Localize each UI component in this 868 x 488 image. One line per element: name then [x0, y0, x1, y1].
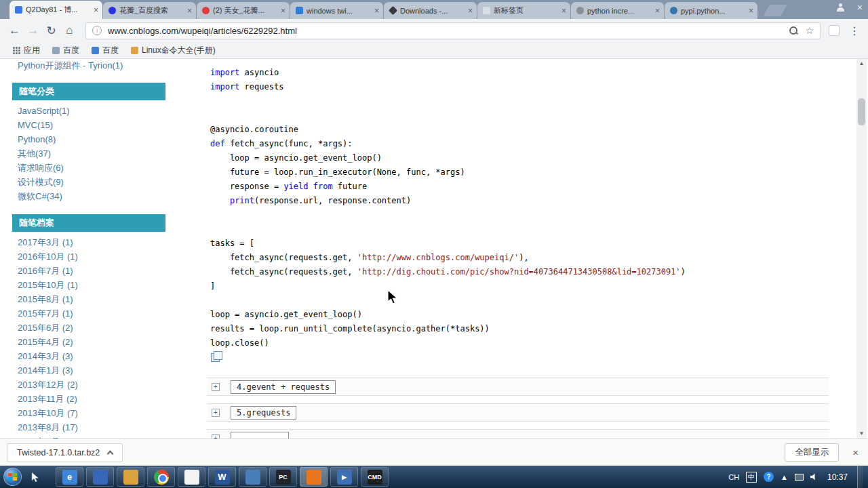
bookmark-item[interactable]: 百度: [85, 42, 125, 58]
sidebar-link[interactable]: 其他(37): [12, 146, 165, 161]
browser-menu-icon[interactable]: ⋮: [849, 24, 860, 37]
bookmark-item[interactable]: 百度: [46, 42, 85, 58]
taskbar-app-cmd[interactable]: CMD: [361, 467, 389, 487]
tab-close-icon[interactable]: ×: [655, 7, 660, 15]
show-all-downloads-button[interactable]: 全部显示: [785, 443, 839, 462]
taskbar-clock[interactable]: 10:37: [825, 472, 850, 482]
sidebar-section-title: 随笔分类: [12, 83, 165, 100]
copy-code-icon[interactable]: [211, 353, 220, 362]
sidebar-link[interactable]: 2015年7月 (1): [12, 306, 165, 321]
expand-icon[interactable]: +: [212, 409, 220, 417]
window-close-icon[interactable]: ×: [857, 3, 863, 12]
sidebar-link[interactable]: 2013年10月 (7): [12, 406, 165, 420]
sidebar-link[interactable]: 2013年11月 (2): [12, 392, 165, 406]
browser-tab[interactable]: 花瓣_百度搜索×: [103, 2, 196, 19]
new-tab-button[interactable]: [763, 5, 787, 16]
page-info-icon[interactable]: i: [92, 26, 102, 35]
browser-tab[interactable]: Downloads -...×: [384, 2, 477, 19]
taskbar-app-word[interactable]: W: [208, 467, 236, 487]
home-icon[interactable]: ⌂: [60, 24, 79, 37]
scroll-up-icon[interactable]: ▲: [856, 59, 867, 68]
chevron-up-icon[interactable]: [107, 450, 114, 457]
taskbar-app-text-editor[interactable]: [178, 467, 205, 487]
taskbar-app-windows-app[interactable]: [239, 467, 267, 487]
taskbar-app-pycharm[interactable]: PC: [269, 467, 297, 487]
sidebar-link[interactable]: 2015年8月 (1): [12, 292, 165, 306]
ime-mode-icon[interactable]: CH: [728, 473, 739, 481]
browser-tab[interactable]: 新标签页×: [477, 2, 570, 19]
sidebar-link[interactable]: 2015年6月 (2): [12, 321, 165, 335]
taskbar-app-chrome[interactable]: [147, 467, 175, 487]
tab-close-icon[interactable]: ×: [561, 7, 566, 15]
extension-icon[interactable]: [829, 25, 840, 36]
url-text[interactable]: www.cnblogs.com/wupeiqi/articles/6229292…: [108, 26, 789, 36]
download-bar-close-icon[interactable]: ×: [852, 447, 859, 458]
bookmark-item[interactable]: Linux命令大全(手册): [125, 42, 222, 58]
browser-tab[interactable]: windows twi...×: [290, 2, 383, 19]
taskbar-app-internet-explorer[interactable]: e: [56, 467, 83, 487]
sidebar-link[interactable]: 2015年10月 (1): [12, 278, 165, 292]
zoom-icon[interactable]: [789, 26, 798, 35]
apps-shortcut[interactable]: 应用: [7, 42, 46, 58]
download-item[interactable]: Twisted-17.1.0.tar.bz2: [7, 443, 123, 462]
taskbar-app-file-explorer[interactable]: [117, 467, 144, 487]
hidden-icons-arrow-icon[interactable]: ▲: [781, 473, 788, 481]
profile-icon[interactable]: [836, 3, 845, 12]
start-button[interactable]: [3, 468, 22, 486]
sidebar-link[interactable]: Python(8): [12, 132, 165, 146]
sidebar-link[interactable]: 2014年1月 (3): [12, 363, 165, 378]
refresh-icon[interactable]: ↻: [42, 24, 60, 38]
browser-tab[interactable]: (2) 美女_花瓣...×: [197, 2, 290, 19]
pointer-icon[interactable]: [31, 472, 39, 483]
tab-close-icon[interactable]: ×: [468, 7, 473, 15]
tab-strip: Q2Day81 - 博...×花瓣_百度搜索×(2) 美女_花瓣...×wind…: [0, 0, 868, 19]
word-icon: W: [215, 470, 230, 485]
sidebar-link[interactable]: 设计模式(9): [12, 175, 165, 189]
tab-close-icon[interactable]: ×: [94, 6, 98, 14]
tab-close-icon[interactable]: ×: [187, 7, 192, 15]
volume-icon[interactable]: [810, 473, 818, 481]
sidebar-link[interactable]: JavaScript(1): [12, 104, 165, 118]
scrollbar-thumb[interactable]: [858, 98, 865, 125]
sidebar-link[interactable]: 2014年3月 (3): [12, 349, 165, 363]
collapsed-section-label[interactable]: [231, 432, 289, 439]
sidebar-link[interactable]: 请求响应(6): [12, 161, 165, 175]
tab-close-icon[interactable]: ×: [281, 7, 285, 15]
code-line: fetch_async(requests.get, 'http://www.cn…: [210, 251, 686, 265]
taskbar-app-media-player[interactable]: ▸: [330, 467, 358, 487]
collapsed-section-label[interactable]: 4.gevent + requests: [231, 380, 336, 394]
collapsed-section-label[interactable]: 5.grequests: [231, 406, 296, 420]
sidebar-link[interactable]: MVC(15): [12, 118, 165, 132]
browser-tab[interactable]: Q2Day81 - 博...×: [9, 1, 102, 19]
windows-flag-icon: [8, 473, 17, 481]
sidebar-link[interactable]: 2013年8月 (17): [12, 420, 165, 434]
show-desktop-button[interactable]: [857, 466, 863, 488]
ime-lang-icon[interactable]: 中: [746, 472, 757, 483]
expand-icon[interactable]: +: [212, 383, 220, 391]
network-icon[interactable]: [795, 474, 804, 481]
browser-tab[interactable]: python incre...×: [571, 2, 664, 19]
taskbar-app-save-tool[interactable]: [86, 467, 114, 487]
cmd-icon: CMD: [368, 470, 382, 485]
page-scrollbar[interactable]: ▲ ▼: [856, 59, 867, 439]
browser-tab[interactable]: pypi.python...×: [665, 2, 757, 19]
help-icon[interactable]: ?: [764, 472, 774, 482]
sidebar-link[interactable]: 2015年4月 (2): [12, 335, 165, 349]
code-line: [210, 293, 686, 308]
scroll-down-icon[interactable]: ▼: [856, 429, 867, 439]
tab-close-icon[interactable]: ×: [749, 7, 753, 15]
forward-icon[interactable]: →: [24, 24, 42, 37]
sidebar-link[interactable]: 2016年7月 (1): [12, 264, 165, 278]
tab-title: 花瓣_百度搜索: [119, 5, 184, 16]
sidebar-link[interactable]: 2016年10月 (1): [12, 249, 165, 264]
sidebar-item-partial[interactable]: Python开源组件 - Tyrion(1): [12, 60, 165, 72]
sidebar-link[interactable]: 2013年12月 (2): [12, 378, 165, 392]
bookmark-star-icon[interactable]: ☆: [805, 25, 814, 36]
tab-close-icon[interactable]: ×: [374, 7, 379, 15]
address-bar[interactable]: i www.cnblogs.com/wupeiqi/articles/62292…: [85, 22, 821, 39]
sidebar-section-items: 2017年3月 (1)2016年10月 (1)2016年7月 (1)2015年1…: [12, 232, 165, 439]
back-icon[interactable]: ←: [5, 24, 24, 37]
taskbar-app-orange-app[interactable]: [300, 467, 328, 487]
sidebar-link[interactable]: 2017年3月 (1): [12, 235, 165, 249]
sidebar-link[interactable]: 微软C#(34): [12, 189, 165, 203]
